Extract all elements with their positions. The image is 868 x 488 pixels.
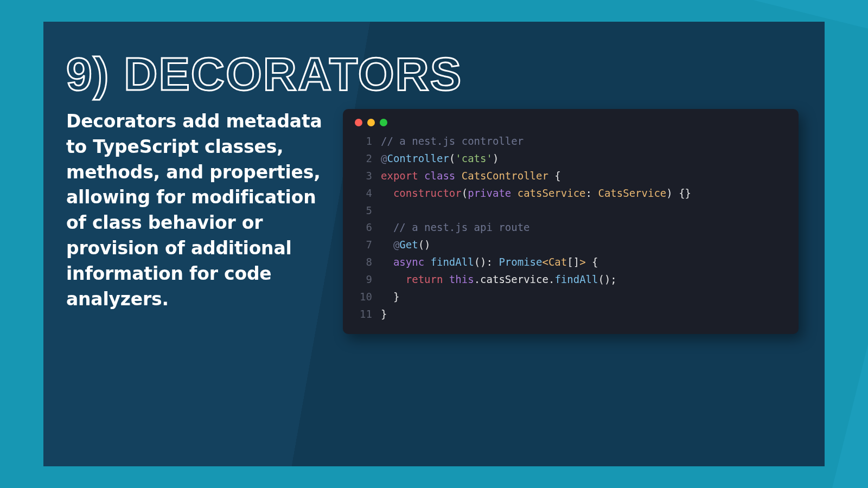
line-number: 7 <box>355 236 372 254</box>
code-line: 6 // a nest.js api route <box>355 219 787 236</box>
code-line: 3export class CatsController { <box>355 168 787 185</box>
code-line: 11} <box>355 306 787 323</box>
line-number: 5 <box>355 202 372 220</box>
line-content: @Get() <box>381 236 431 254</box>
minimize-icon <box>367 119 375 126</box>
line-content <box>381 202 387 220</box>
line-content: constructor(private catsService: CatsSer… <box>381 185 691 202</box>
line-number: 2 <box>355 150 372 168</box>
line-content: } <box>381 288 399 306</box>
line-number: 11 <box>355 306 372 323</box>
line-content: // a nest.js api route <box>381 219 530 236</box>
line-number: 6 <box>355 219 372 236</box>
line-number: 1 <box>355 133 372 150</box>
code-line: 1// a nest.js controller <box>355 133 787 150</box>
line-number: 3 <box>355 168 372 185</box>
code-line: 2@Controller('cats') <box>355 150 787 168</box>
line-number: 10 <box>355 288 372 306</box>
code-snippet-card: 1// a nest.js controller2@Controller('ca… <box>343 109 799 334</box>
slide-panel: 9) DECORATORS Decorators add metadata to… <box>43 22 825 466</box>
slide-title: 9) DECORATORS <box>66 49 799 99</box>
line-content: @Controller('cats') <box>381 150 499 168</box>
close-icon <box>355 119 362 126</box>
maximize-icon <box>380 119 387 126</box>
code-line: 5 <box>355 202 787 220</box>
slide-description: Decorators add metadata to TypeScript cl… <box>66 109 327 312</box>
code-line: 10 } <box>355 288 787 306</box>
line-content: // a nest.js controller <box>381 133 524 150</box>
code-block: 1// a nest.js controller2@Controller('ca… <box>355 133 787 323</box>
line-number: 8 <box>355 254 372 271</box>
line-number: 9 <box>355 271 372 288</box>
line-number: 4 <box>355 185 372 202</box>
content-row: Decorators add metadata to TypeScript cl… <box>66 109 799 334</box>
code-line: 9 return this.catsService.findAll(); <box>355 271 787 288</box>
code-line: 8 async findAll(): Promise<Cat[]> { <box>355 254 787 271</box>
line-content: export class CatsController { <box>381 168 561 185</box>
code-line: 4 constructor(private catsService: CatsS… <box>355 185 787 202</box>
window-controls <box>355 119 787 126</box>
line-content: return this.catsService.findAll(); <box>381 271 617 288</box>
line-content: } <box>381 306 387 323</box>
code-line: 7 @Get() <box>355 236 787 254</box>
line-content: async findAll(): Promise<Cat[]> { <box>381 254 598 271</box>
